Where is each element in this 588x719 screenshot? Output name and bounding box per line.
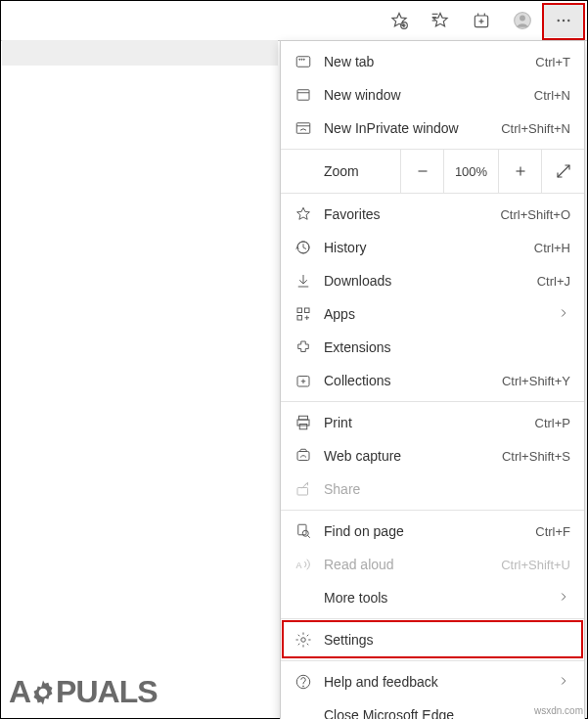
menu-web-capture[interactable]: Web capture Ctrl+Shift+S (281, 439, 584, 472)
menu-favorites-label: Favorites (324, 206, 488, 222)
menu-history[interactable]: History Ctrl+H (281, 231, 584, 264)
menu-favorites[interactable]: Favorites Ctrl+Shift+O (281, 198, 584, 231)
inprivate-icon (294, 119, 312, 137)
menu-new-window[interactable]: New window Ctrl+N (281, 78, 584, 112)
menu-downloads[interactable]: Downloads Ctrl+J (281, 264, 584, 297)
menu-downloads-label: Downloads (324, 273, 525, 289)
svg-point-52 (303, 686, 304, 687)
svg-rect-33 (297, 308, 302, 313)
zoom-value: 100% (443, 150, 498, 193)
zoom-in-button[interactable] (498, 150, 541, 193)
svg-point-50 (301, 638, 306, 643)
svg-point-54 (39, 688, 48, 697)
menu-settings-label: Settings (324, 632, 570, 648)
svg-marker-29 (297, 207, 310, 219)
capture-icon (294, 447, 312, 465)
svg-rect-41 (299, 416, 308, 420)
svg-point-21 (303, 59, 304, 60)
menu-print-shortcut: Ctrl+P (535, 416, 570, 430)
profile-icon[interactable] (503, 4, 542, 37)
watermark-a: A (9, 674, 30, 710)
menu-history-label: History (324, 240, 522, 255)
chevron-right-icon (557, 590, 570, 607)
menu-new-tab-label: New tab (324, 54, 523, 69)
svg-rect-34 (305, 308, 310, 313)
menu-settings[interactable]: Settings (281, 623, 584, 656)
watermark-rest: PUALS (56, 674, 157, 710)
selected-row-placeholder (2, 40, 278, 66)
find-icon (294, 522, 312, 540)
download-icon (294, 272, 312, 290)
menu-apps[interactable]: Apps (281, 297, 584, 331)
menu-share: Share (281, 472, 584, 506)
page-action-icon[interactable] (380, 4, 419, 37)
svg-point-20 (301, 59, 302, 60)
svg-rect-43 (299, 425, 307, 429)
svg-point-14 (520, 16, 525, 22)
menu-more-tools[interactable]: More tools (281, 581, 584, 614)
svg-point-19 (299, 59, 300, 60)
menu-collections[interactable]: Collections Ctrl+Shift+Y (281, 364, 584, 397)
svg-rect-35 (297, 316, 302, 321)
favorites-icon[interactable] (421, 4, 460, 37)
apps-icon (294, 305, 312, 323)
menu-favorites-shortcut: Ctrl+Shift+O (500, 207, 570, 222)
new-tab-icon (294, 53, 312, 70)
browser-toolbar (1, 1, 587, 40)
svg-rect-45 (297, 488, 308, 496)
menu-collections-shortcut: Ctrl+Shift+Y (502, 374, 570, 388)
menu-new-window-label: New window (324, 87, 522, 103)
menu-read-aloud-shortcut: Ctrl+Shift+U (501, 558, 570, 572)
svg-point-16 (563, 20, 565, 22)
svg-marker-4 (433, 14, 447, 26)
menu-share-label: Share (324, 481, 570, 497)
svg-rect-18 (296, 57, 310, 67)
svg-rect-24 (296, 123, 310, 134)
menu-find-shortcut: Ctrl+F (535, 524, 570, 539)
settings-menu: New tab Ctrl+T New window Ctrl+N New InP… (280, 40, 585, 719)
menu-new-tab[interactable]: New tab Ctrl+T (281, 45, 584, 78)
menu-find[interactable]: Find on page Ctrl+F (281, 515, 584, 548)
menu-new-inprivate-label: New InPrivate window (324, 120, 489, 136)
extensions-icon (294, 338, 312, 356)
menu-more-tools-label: More tools (324, 590, 545, 606)
print-icon (294, 414, 312, 431)
menu-print-label: Print (324, 415, 523, 430)
collections-icon[interactable] (462, 4, 501, 37)
chevron-right-icon (557, 306, 570, 323)
menu-web-capture-label: Web capture (324, 448, 490, 464)
read-aloud-icon: A (294, 556, 312, 573)
chevron-right-icon (557, 674, 570, 691)
fullscreen-button[interactable] (541, 150, 584, 193)
menu-find-label: Find on page (324, 523, 523, 539)
star-icon (294, 205, 312, 223)
zoom-label: Zoom (281, 163, 400, 179)
history-icon (294, 239, 312, 256)
menu-collections-label: Collections (324, 373, 490, 388)
menu-help[interactable]: Help and feedback (281, 665, 584, 698)
new-window-icon (294, 86, 312, 104)
menu-help-label: Help and feedback (324, 674, 545, 690)
watermark-gear-icon (28, 678, 58, 707)
help-icon (294, 673, 312, 691)
menu-new-tab-shortcut: Ctrl+T (535, 55, 570, 69)
watermark-logo: A PUALS (9, 674, 158, 710)
zoom-out-button[interactable] (400, 150, 443, 193)
menu-history-shortcut: Ctrl+H (534, 241, 570, 255)
share-icon (294, 480, 312, 498)
menu-new-inprivate-shortcut: Ctrl+Shift+N (501, 121, 570, 136)
source-credit: wsxdn.com (534, 705, 583, 716)
menu-read-aloud-label: Read aloud (324, 557, 489, 572)
menu-new-window-shortcut: Ctrl+N (534, 88, 570, 103)
svg-line-48 (308, 536, 310, 538)
more-button[interactable] (544, 4, 583, 37)
svg-rect-22 (297, 90, 309, 101)
menu-print[interactable]: Print Ctrl+P (281, 406, 584, 439)
menu-apps-label: Apps (324, 306, 545, 322)
collections-menu-icon (294, 372, 312, 389)
menu-downloads-shortcut: Ctrl+J (537, 274, 570, 289)
menu-web-capture-shortcut: Ctrl+Shift+S (502, 449, 570, 464)
menu-new-inprivate[interactable]: New InPrivate window Ctrl+Shift+N (281, 112, 584, 145)
menu-extensions[interactable]: Extensions (281, 331, 584, 364)
gear-icon (294, 631, 312, 649)
